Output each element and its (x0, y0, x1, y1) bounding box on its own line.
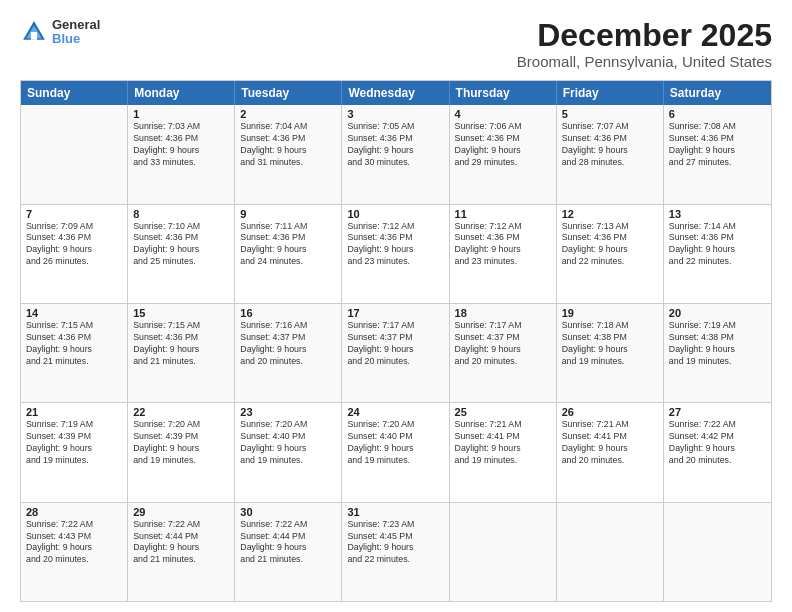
calendar-cell: 14Sunrise: 7:15 AM Sunset: 4:36 PM Dayli… (21, 304, 128, 402)
logo-line2: Blue (52, 32, 100, 46)
calendar-cell: 31Sunrise: 7:23 AM Sunset: 4:45 PM Dayli… (342, 503, 449, 601)
calendar-cell: 19Sunrise: 7:18 AM Sunset: 4:38 PM Dayli… (557, 304, 664, 402)
calendar-cell: 24Sunrise: 7:20 AM Sunset: 4:40 PM Dayli… (342, 403, 449, 501)
calendar-cell (557, 503, 664, 601)
calendar-cell: 17Sunrise: 7:17 AM Sunset: 4:37 PM Dayli… (342, 304, 449, 402)
day-number: 20 (669, 307, 766, 319)
weekday-header-tuesday: Tuesday (235, 81, 342, 105)
calendar-cell: 29Sunrise: 7:22 AM Sunset: 4:44 PM Dayli… (128, 503, 235, 601)
day-info: Sunrise: 7:06 AM Sunset: 4:36 PM Dayligh… (455, 121, 551, 169)
day-number: 8 (133, 208, 229, 220)
calendar-cell: 28Sunrise: 7:22 AM Sunset: 4:43 PM Dayli… (21, 503, 128, 601)
subtitle: Broomall, Pennsylvania, United States (517, 53, 772, 70)
day-info: Sunrise: 7:20 AM Sunset: 4:40 PM Dayligh… (240, 419, 336, 467)
day-number: 5 (562, 108, 658, 120)
calendar-row-1: 7Sunrise: 7:09 AM Sunset: 4:36 PM Daylig… (21, 204, 771, 303)
day-info: Sunrise: 7:17 AM Sunset: 4:37 PM Dayligh… (455, 320, 551, 368)
calendar-cell: 3Sunrise: 7:05 AM Sunset: 4:36 PM Daylig… (342, 105, 449, 203)
logo-icon (20, 18, 48, 46)
day-info: Sunrise: 7:14 AM Sunset: 4:36 PM Dayligh… (669, 221, 766, 269)
day-info: Sunrise: 7:22 AM Sunset: 4:44 PM Dayligh… (240, 519, 336, 567)
day-info: Sunrise: 7:19 AM Sunset: 4:38 PM Dayligh… (669, 320, 766, 368)
calendar-cell (450, 503, 557, 601)
day-number: 27 (669, 406, 766, 418)
logo: General Blue (20, 18, 100, 47)
calendar-cell: 5Sunrise: 7:07 AM Sunset: 4:36 PM Daylig… (557, 105, 664, 203)
calendar-cell: 23Sunrise: 7:20 AM Sunset: 4:40 PM Dayli… (235, 403, 342, 501)
day-number: 26 (562, 406, 658, 418)
day-info: Sunrise: 7:08 AM Sunset: 4:36 PM Dayligh… (669, 121, 766, 169)
day-number: 19 (562, 307, 658, 319)
calendar-cell: 22Sunrise: 7:20 AM Sunset: 4:39 PM Dayli… (128, 403, 235, 501)
day-number: 24 (347, 406, 443, 418)
weekday-header-wednesday: Wednesday (342, 81, 449, 105)
day-info: Sunrise: 7:21 AM Sunset: 4:41 PM Dayligh… (562, 419, 658, 467)
calendar-cell: 21Sunrise: 7:19 AM Sunset: 4:39 PM Dayli… (21, 403, 128, 501)
calendar-cell: 8Sunrise: 7:10 AM Sunset: 4:36 PM Daylig… (128, 205, 235, 303)
calendar-cell: 7Sunrise: 7:09 AM Sunset: 4:36 PM Daylig… (21, 205, 128, 303)
calendar-cell: 10Sunrise: 7:12 AM Sunset: 4:36 PM Dayli… (342, 205, 449, 303)
day-info: Sunrise: 7:22 AM Sunset: 4:42 PM Dayligh… (669, 419, 766, 467)
day-number: 29 (133, 506, 229, 518)
weekday-header-monday: Monday (128, 81, 235, 105)
day-info: Sunrise: 7:09 AM Sunset: 4:36 PM Dayligh… (26, 221, 122, 269)
day-info: Sunrise: 7:15 AM Sunset: 4:36 PM Dayligh… (133, 320, 229, 368)
calendar-cell (21, 105, 128, 203)
day-number: 6 (669, 108, 766, 120)
day-number: 1 (133, 108, 229, 120)
day-number: 30 (240, 506, 336, 518)
day-info: Sunrise: 7:18 AM Sunset: 4:38 PM Dayligh… (562, 320, 658, 368)
day-number: 2 (240, 108, 336, 120)
calendar-row-4: 28Sunrise: 7:22 AM Sunset: 4:43 PM Dayli… (21, 502, 771, 601)
day-number: 28 (26, 506, 122, 518)
calendar-cell: 9Sunrise: 7:11 AM Sunset: 4:36 PM Daylig… (235, 205, 342, 303)
day-info: Sunrise: 7:22 AM Sunset: 4:44 PM Dayligh… (133, 519, 229, 567)
calendar-cell (664, 503, 771, 601)
day-number: 23 (240, 406, 336, 418)
day-info: Sunrise: 7:12 AM Sunset: 4:36 PM Dayligh… (347, 221, 443, 269)
calendar-cell: 16Sunrise: 7:16 AM Sunset: 4:37 PM Dayli… (235, 304, 342, 402)
day-info: Sunrise: 7:05 AM Sunset: 4:36 PM Dayligh… (347, 121, 443, 169)
day-number: 16 (240, 307, 336, 319)
day-number: 22 (133, 406, 229, 418)
day-info: Sunrise: 7:12 AM Sunset: 4:36 PM Dayligh… (455, 221, 551, 269)
day-info: Sunrise: 7:11 AM Sunset: 4:36 PM Dayligh… (240, 221, 336, 269)
day-number: 9 (240, 208, 336, 220)
calendar-cell: 30Sunrise: 7:22 AM Sunset: 4:44 PM Dayli… (235, 503, 342, 601)
logo-line1: General (52, 18, 100, 32)
day-info: Sunrise: 7:07 AM Sunset: 4:36 PM Dayligh… (562, 121, 658, 169)
calendar-header: SundayMondayTuesdayWednesdayThursdayFrid… (21, 81, 771, 105)
calendar-cell: 6Sunrise: 7:08 AM Sunset: 4:36 PM Daylig… (664, 105, 771, 203)
calendar-cell: 2Sunrise: 7:04 AM Sunset: 4:36 PM Daylig… (235, 105, 342, 203)
day-number: 4 (455, 108, 551, 120)
calendar-cell: 25Sunrise: 7:21 AM Sunset: 4:41 PM Dayli… (450, 403, 557, 501)
day-number: 13 (669, 208, 766, 220)
calendar-row-3: 21Sunrise: 7:19 AM Sunset: 4:39 PM Dayli… (21, 402, 771, 501)
day-info: Sunrise: 7:17 AM Sunset: 4:37 PM Dayligh… (347, 320, 443, 368)
day-number: 10 (347, 208, 443, 220)
weekday-header-saturday: Saturday (664, 81, 771, 105)
calendar-cell: 13Sunrise: 7:14 AM Sunset: 4:36 PM Dayli… (664, 205, 771, 303)
day-number: 17 (347, 307, 443, 319)
calendar-body: 1Sunrise: 7:03 AM Sunset: 4:36 PM Daylig… (21, 105, 771, 601)
day-number: 25 (455, 406, 551, 418)
day-number: 31 (347, 506, 443, 518)
day-info: Sunrise: 7:04 AM Sunset: 4:36 PM Dayligh… (240, 121, 336, 169)
day-number: 11 (455, 208, 551, 220)
svg-rect-2 (31, 32, 37, 40)
day-number: 3 (347, 108, 443, 120)
day-info: Sunrise: 7:22 AM Sunset: 4:43 PM Dayligh… (26, 519, 122, 567)
day-number: 12 (562, 208, 658, 220)
day-number: 14 (26, 307, 122, 319)
day-info: Sunrise: 7:16 AM Sunset: 4:37 PM Dayligh… (240, 320, 336, 368)
page: General Blue December 2025 Broomall, Pen… (0, 0, 792, 612)
day-info: Sunrise: 7:19 AM Sunset: 4:39 PM Dayligh… (26, 419, 122, 467)
day-info: Sunrise: 7:15 AM Sunset: 4:36 PM Dayligh… (26, 320, 122, 368)
day-info: Sunrise: 7:03 AM Sunset: 4:36 PM Dayligh… (133, 121, 229, 169)
calendar-cell: 20Sunrise: 7:19 AM Sunset: 4:38 PM Dayli… (664, 304, 771, 402)
day-number: 18 (455, 307, 551, 319)
logo-text: General Blue (52, 18, 100, 47)
calendar-cell: 12Sunrise: 7:13 AM Sunset: 4:36 PM Dayli… (557, 205, 664, 303)
main-title: December 2025 (517, 18, 772, 53)
day-info: Sunrise: 7:23 AM Sunset: 4:45 PM Dayligh… (347, 519, 443, 567)
